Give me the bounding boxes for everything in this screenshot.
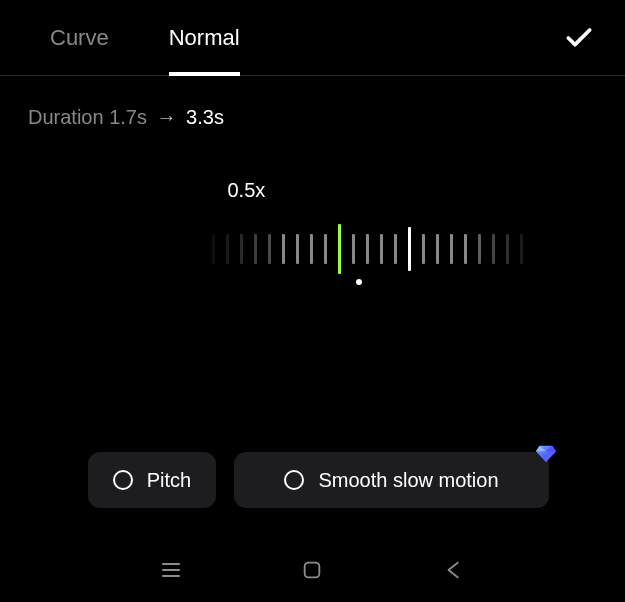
recent-apps-icon (159, 558, 183, 582)
options-row: Pitch Smooth slow motion (0, 452, 625, 508)
home-icon (301, 559, 323, 581)
speed-anchor-1x (408, 227, 411, 271)
smooth-label: Smooth slow motion (318, 469, 498, 492)
duration-from: 1.7s (109, 106, 147, 128)
smooth-slow-motion-toggle[interactable]: Smooth slow motion (234, 452, 549, 508)
speed-indicator (338, 224, 341, 274)
radio-unchecked-icon (284, 470, 304, 490)
confirm-button[interactable] (553, 12, 605, 64)
ruler-ticks (212, 224, 523, 274)
premium-gem-icon (535, 442, 557, 464)
ruler-center-dot (356, 279, 362, 285)
check-icon (563, 22, 595, 54)
home-button[interactable] (298, 556, 326, 584)
speed-ruler[interactable] (0, 219, 625, 279)
system-navbar (0, 538, 625, 602)
back-icon (443, 559, 465, 581)
tabs-bar: Curve Normal (0, 0, 625, 76)
recent-apps-button[interactable] (157, 556, 185, 584)
svg-rect-6 (305, 563, 320, 578)
speed-value-label: 0.5x (228, 179, 266, 202)
duration-to: 3.3s (186, 106, 224, 128)
tab-normal[interactable]: Normal (139, 0, 270, 76)
back-button[interactable] (440, 556, 468, 584)
speed-slider-area: 0.5x (0, 179, 625, 379)
tab-curve[interactable]: Curve (20, 0, 139, 76)
duration-label: Duration (28, 106, 104, 128)
pitch-label: Pitch (147, 469, 191, 492)
pitch-toggle[interactable]: Pitch (88, 452, 216, 508)
radio-unchecked-icon (113, 470, 133, 490)
arrow-icon: → (157, 106, 177, 128)
duration-display: Duration 1.7s → 3.3s (0, 76, 625, 129)
